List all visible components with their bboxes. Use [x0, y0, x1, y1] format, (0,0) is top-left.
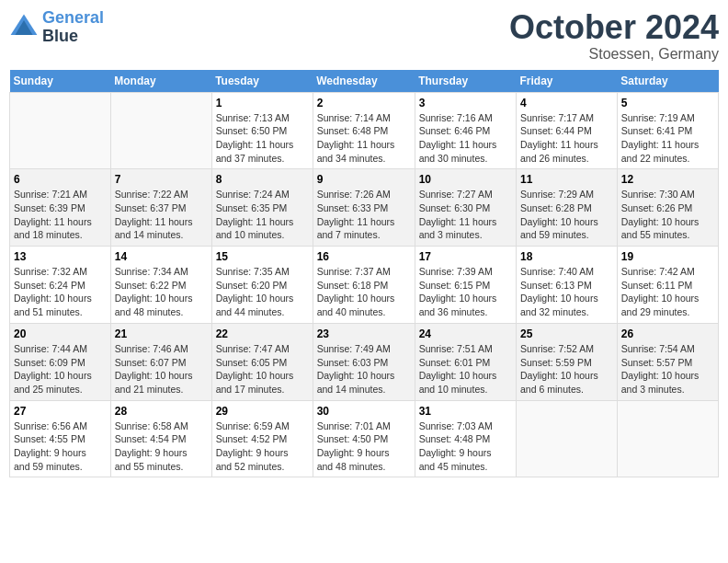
- day-info: Sunrise: 7:52 AM Sunset: 5:59 PM Dayligh…: [520, 342, 613, 396]
- calendar-cell: 9Sunrise: 7:26 AM Sunset: 6:33 PM Daylig…: [313, 169, 415, 247]
- day-info: Sunrise: 7:44 AM Sunset: 6:09 PM Dayligh…: [14, 342, 107, 396]
- day-number: 9: [317, 173, 411, 186]
- calendar-cell: 20Sunrise: 7:44 AM Sunset: 6:09 PM Dayli…: [10, 323, 111, 400]
- calendar-cell: [10, 92, 111, 169]
- month-title: October 2024: [509, 9, 719, 46]
- day-header-monday: Monday: [110, 70, 211, 93]
- calendar-cell: 1Sunrise: 7:13 AM Sunset: 6:50 PM Daylig…: [211, 92, 313, 169]
- logo-icon: [9, 13, 39, 42]
- calendar-cell: 15Sunrise: 7:35 AM Sunset: 6:20 PM Dayli…: [211, 247, 313, 324]
- day-info: Sunrise: 7:54 AM Sunset: 5:57 PM Dayligh…: [621, 342, 714, 396]
- day-info: Sunrise: 7:49 AM Sunset: 6:03 PM Dayligh…: [317, 342, 411, 396]
- calendar-cell: 6Sunrise: 7:21 AM Sunset: 6:39 PM Daylig…: [10, 169, 111, 247]
- day-info: Sunrise: 7:40 AM Sunset: 6:13 PM Dayligh…: [520, 265, 613, 319]
- day-number: 8: [216, 173, 309, 186]
- day-number: 25: [520, 327, 613, 340]
- day-number: 27: [14, 405, 107, 418]
- day-number: 17: [419, 250, 512, 263]
- day-info: Sunrise: 7:24 AM Sunset: 6:35 PM Dayligh…: [216, 188, 309, 242]
- day-number: 20: [14, 327, 107, 340]
- calendar-cell: 13Sunrise: 7:32 AM Sunset: 6:24 PM Dayli…: [10, 247, 111, 324]
- day-number: 24: [419, 327, 512, 340]
- logo-text: General Blue: [42, 9, 104, 46]
- calendar-cell: 21Sunrise: 7:46 AM Sunset: 6:07 PM Dayli…: [110, 323, 211, 400]
- calendar-cell: 23Sunrise: 7:49 AM Sunset: 6:03 PM Dayli…: [313, 323, 415, 400]
- day-number: 11: [520, 173, 613, 186]
- day-number: 4: [520, 97, 613, 109]
- day-info: Sunrise: 7:42 AM Sunset: 6:11 PM Dayligh…: [621, 265, 714, 319]
- day-number: 10: [419, 173, 512, 186]
- calendar-cell: 22Sunrise: 7:47 AM Sunset: 6:05 PM Dayli…: [211, 323, 313, 400]
- day-number: 12: [621, 173, 714, 186]
- day-number: 16: [317, 250, 411, 263]
- day-header-wednesday: Wednesday: [313, 70, 415, 93]
- week-row-4: 20Sunrise: 7:44 AM Sunset: 6:09 PM Dayli…: [10, 323, 719, 400]
- calendar-cell: 16Sunrise: 7:37 AM Sunset: 6:18 PM Dayli…: [313, 247, 415, 324]
- day-number: 23: [317, 327, 411, 340]
- day-info: Sunrise: 7:19 AM Sunset: 6:41 PM Dayligh…: [621, 111, 714, 166]
- calendar-cell: 28Sunrise: 6:58 AM Sunset: 4:54 PM Dayli…: [110, 400, 211, 477]
- calendar-cell: [110, 92, 211, 169]
- day-number: 6: [14, 173, 107, 186]
- day-number: 1: [216, 97, 309, 109]
- day-number: 28: [115, 405, 208, 418]
- calendar-cell: 11Sunrise: 7:29 AM Sunset: 6:28 PM Dayli…: [517, 169, 618, 247]
- day-info: Sunrise: 7:21 AM Sunset: 6:39 PM Dayligh…: [14, 188, 107, 242]
- calendar-cell: 18Sunrise: 7:40 AM Sunset: 6:13 PM Dayli…: [517, 247, 618, 324]
- day-number: 18: [520, 250, 613, 263]
- calendar-cell: 10Sunrise: 7:27 AM Sunset: 6:30 PM Dayli…: [415, 169, 516, 247]
- day-number: 13: [14, 250, 107, 263]
- week-row-1: 1Sunrise: 7:13 AM Sunset: 6:50 PM Daylig…: [10, 92, 719, 169]
- calendar-cell: 14Sunrise: 7:34 AM Sunset: 6:22 PM Dayli…: [110, 247, 211, 324]
- calendar-cell: 17Sunrise: 7:39 AM Sunset: 6:15 PM Dayli…: [415, 247, 516, 324]
- calendar-cell: 25Sunrise: 7:52 AM Sunset: 5:59 PM Dayli…: [517, 323, 618, 400]
- day-info: Sunrise: 7:27 AM Sunset: 6:30 PM Dayligh…: [419, 188, 512, 242]
- day-info: Sunrise: 7:16 AM Sunset: 6:46 PM Dayligh…: [419, 111, 512, 166]
- day-info: Sunrise: 7:39 AM Sunset: 6:15 PM Dayligh…: [419, 265, 512, 319]
- calendar-cell: [617, 400, 718, 477]
- calendar-cell: 29Sunrise: 6:59 AM Sunset: 4:52 PM Dayli…: [211, 400, 313, 477]
- day-info: Sunrise: 7:13 AM Sunset: 6:50 PM Dayligh…: [216, 111, 309, 166]
- location-subtitle: Stoessen, Germany: [509, 46, 719, 63]
- day-number: 2: [317, 97, 411, 109]
- day-number: 21: [115, 327, 208, 340]
- day-number: 31: [419, 405, 512, 418]
- day-number: 15: [216, 250, 309, 263]
- day-info: Sunrise: 7:47 AM Sunset: 6:05 PM Dayligh…: [216, 342, 309, 396]
- day-number: 26: [621, 327, 714, 340]
- calendar-cell: 31Sunrise: 7:03 AM Sunset: 4:48 PM Dayli…: [415, 400, 516, 477]
- day-info: Sunrise: 6:56 AM Sunset: 4:55 PM Dayligh…: [14, 419, 107, 474]
- day-info: Sunrise: 7:34 AM Sunset: 6:22 PM Dayligh…: [115, 265, 208, 319]
- day-header-thursday: Thursday: [415, 70, 516, 93]
- day-number: 14: [115, 250, 208, 263]
- day-header-saturday: Saturday: [617, 70, 718, 93]
- calendar-cell: 2Sunrise: 7:14 AM Sunset: 6:48 PM Daylig…: [313, 92, 415, 169]
- calendar-cell: [517, 400, 618, 477]
- day-info: Sunrise: 6:58 AM Sunset: 4:54 PM Dayligh…: [115, 419, 208, 474]
- header-row: SundayMondayTuesdayWednesdayThursdayFrid…: [10, 70, 719, 93]
- day-number: 29: [216, 405, 309, 418]
- calendar-cell: 8Sunrise: 7:24 AM Sunset: 6:35 PM Daylig…: [211, 169, 313, 247]
- day-number: 22: [216, 327, 309, 340]
- calendar-cell: 30Sunrise: 7:01 AM Sunset: 4:50 PM Dayli…: [313, 400, 415, 477]
- calendar-cell: 26Sunrise: 7:54 AM Sunset: 5:57 PM Dayli…: [617, 323, 718, 400]
- week-row-5: 27Sunrise: 6:56 AM Sunset: 4:55 PM Dayli…: [10, 400, 719, 477]
- calendar-cell: 24Sunrise: 7:51 AM Sunset: 6:01 PM Dayli…: [415, 323, 516, 400]
- calendar-cell: 27Sunrise: 6:56 AM Sunset: 4:55 PM Dayli…: [10, 400, 111, 477]
- day-info: Sunrise: 7:22 AM Sunset: 6:37 PM Dayligh…: [115, 188, 208, 242]
- day-info: Sunrise: 7:35 AM Sunset: 6:20 PM Dayligh…: [216, 265, 309, 319]
- week-row-3: 13Sunrise: 7:32 AM Sunset: 6:24 PM Dayli…: [10, 247, 719, 324]
- day-number: 5: [621, 97, 714, 109]
- day-header-sunday: Sunday: [10, 70, 111, 93]
- calendar-cell: 4Sunrise: 7:17 AM Sunset: 6:44 PM Daylig…: [517, 92, 618, 169]
- title-block: October 2024 Stoessen, Germany: [509, 9, 719, 63]
- calendar-table: SundayMondayTuesdayWednesdayThursdayFrid…: [9, 70, 719, 478]
- day-info: Sunrise: 7:29 AM Sunset: 6:28 PM Dayligh…: [520, 188, 613, 242]
- calendar-cell: 19Sunrise: 7:42 AM Sunset: 6:11 PM Dayli…: [617, 247, 718, 324]
- day-info: Sunrise: 7:03 AM Sunset: 4:48 PM Dayligh…: [419, 419, 512, 474]
- day-header-tuesday: Tuesday: [211, 70, 313, 93]
- day-header-friday: Friday: [517, 70, 618, 93]
- day-number: 3: [419, 97, 512, 109]
- day-info: Sunrise: 7:51 AM Sunset: 6:01 PM Dayligh…: [419, 342, 512, 396]
- day-number: 30: [317, 405, 411, 418]
